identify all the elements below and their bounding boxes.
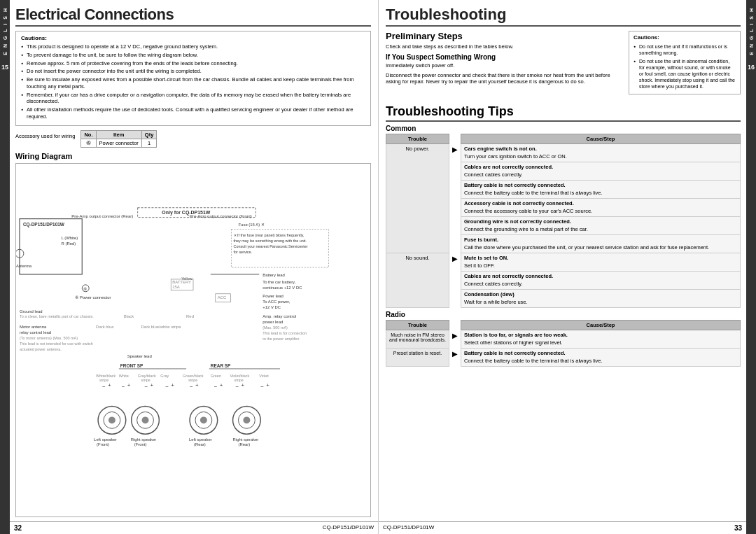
svg-text:to the power amplifier.: to the power amplifier.	[262, 337, 300, 341]
cause-title: Cables are not correctly connected.	[464, 164, 553, 170]
cause-title: Accessory cable is not correctly connect…	[464, 200, 574, 206]
accessory-label: Accessory used for wiring	[15, 133, 75, 139]
cause-cell: Accessory cable is not correctly connect…	[461, 199, 741, 217]
wiring-svg: Only for CQ-DP151W CQ-DP151/DP101W Anten…	[16, 164, 370, 517]
svg-point-86	[142, 416, 149, 423]
svg-text:−: −	[236, 383, 239, 389]
cause-title: Cars engine switch is not on.	[464, 146, 537, 152]
svg-text:Antenna: Antenna	[16, 264, 32, 268]
table-cell-qty: 1	[141, 139, 157, 147]
svg-text:To ACC power,: To ACC power,	[262, 299, 290, 303]
svg-text:Fuse (15 A) ✕: Fuse (15 A) ✕	[238, 222, 264, 226]
right-side-tab: E N G L I S H 16	[746, 0, 756, 534]
caution-item: Remember, if your car has a drive comput…	[21, 92, 365, 106]
cause-step: Connect the accessory cable to your car'…	[464, 208, 592, 214]
top-section: Preliminary Steps Check and take steps a…	[386, 31, 741, 97]
svg-text:(Rear): (Rear)	[194, 442, 206, 447]
svg-text:R (Red): R (Red)	[61, 241, 76, 246]
cause-step: Call the store where you purchased the u…	[464, 244, 709, 251]
svg-text:Left speaker: Left speaker	[189, 437, 212, 442]
table-header-qty: Qty	[141, 130, 157, 139]
cause-title: Grounding wire is not correctly connecte…	[464, 218, 571, 225]
common-group-title: Common	[386, 125, 741, 132]
svg-text:Consult your nearest Panasonic: Consult your nearest Panasonic Servicent…	[234, 244, 308, 248]
cause-title: Battery cable is not correctly connected…	[464, 350, 566, 356]
cause-step: Connect the grounding wire to a metal pa…	[464, 226, 588, 232]
svg-text:Yellow: Yellow	[181, 276, 192, 280]
svg-text:−: −	[145, 383, 148, 389]
svg-text:−: −	[260, 383, 264, 389]
svg-text:(Rear): (Rear)	[238, 442, 250, 447]
svg-text:White: White	[119, 373, 129, 377]
left-page-num: 15	[1, 64, 8, 71]
svg-text:stripe: stripe	[141, 377, 150, 381]
arrow-radio1: ▶	[449, 330, 461, 349]
svg-text:This lead is not intended for : This lead is not intended for use with s…	[20, 342, 93, 346]
trouble-cell-nosound: No sound.	[386, 253, 449, 308]
preliminary-desc: Check and take steps as described in the…	[386, 43, 623, 50]
left-side-tab: E N G L I S H 15	[0, 0, 10, 534]
cause-cell: Station is too far, or signals are too w…	[461, 330, 741, 349]
cause-cell: Cables are not correctly connected. Conn…	[461, 272, 741, 290]
svg-text:To a clean, bare metallic part: To a clean, bare metallic part of car ch…	[20, 314, 94, 318]
svg-text:+: +	[171, 381, 174, 388]
cause-cell: Fuse is burnt. Call the store where you …	[461, 235, 741, 253]
svg-text:+: +	[266, 381, 270, 388]
cause-title: Fuse is burnt.	[464, 237, 498, 243]
radio-group-title: Radio	[386, 311, 741, 318]
svg-text:+: +	[195, 381, 199, 388]
svg-text:actuated power antenna.: actuated power antenna.	[20, 347, 62, 351]
svg-point-83	[108, 416, 115, 423]
cautions-title: Cautions:	[21, 35, 365, 41]
svg-text:✕ If the fuse (rear panel) blo: ✕ If the fuse (rear panel) blows frequen…	[234, 233, 304, 237]
right-cautions-box: Cautions: Do not use the unit if it malf…	[629, 31, 741, 94]
cause-step: Turn your cars ignition switch to ACC or…	[464, 153, 567, 160]
svg-text:Power lead: Power lead	[262, 293, 284, 297]
cause-cell: Cars engine switch is not on. Turn your …	[461, 144, 741, 162]
cause-title: Condensation (dew)	[464, 291, 514, 297]
suspect-title: If You Suspect Something Wrong	[386, 53, 623, 61]
arrow-nosound: ▶	[449, 253, 461, 308]
table-header-item: Item	[96, 130, 141, 139]
common-th-cause: Cause/Step	[461, 134, 741, 144]
svg-text:Violet: Violet	[259, 373, 269, 377]
left-page-title: Electrical Connections	[15, 6, 371, 24]
svg-text:for service.: for service.	[234, 250, 253, 254]
svg-text:Battery lead: Battery lead	[262, 272, 285, 276]
svg-point-89	[200, 416, 207, 423]
arrow-nopower: ▶	[449, 144, 461, 253]
right-page-num: 16	[748, 64, 755, 71]
right-cautions-list: Do not use the unit if it malfunctions o…	[634, 43, 736, 90]
svg-text:L (White): L (White)	[61, 236, 78, 240]
svg-text:Pre-Amp output connector (Rear: Pre-Amp output connector (Rear)	[71, 213, 133, 218]
svg-text:Amp. relay control: Amp. relay control	[262, 314, 296, 318]
svg-text:(Front): (Front)	[97, 442, 109, 447]
svg-text:Green: Green	[211, 373, 221, 377]
svg-text:This lead is for connection: This lead is for connection	[262, 331, 307, 335]
table-cell-no: ⑥	[81, 139, 96, 147]
caution-item: Be sure to insulate any exposed wires fr…	[21, 76, 365, 90]
suspect-body2: Disconnect the power connector and check…	[386, 72, 623, 86]
svg-text:To the car battery,: To the car battery,	[262, 279, 295, 283]
svg-text:ACC: ACC	[218, 295, 227, 299]
svg-text:Motor antenna: Motor antenna	[20, 325, 47, 329]
right-footer-model: CQ-DP151/DP101W	[383, 524, 434, 532]
left-footer-pagenum: 32	[14, 524, 22, 532]
cause-title: Battery cable is not correctly connected…	[464, 182, 566, 188]
svg-text:FRONT SP: FRONT SP	[120, 363, 144, 367]
cause-cell: Battery cable is not correctly connected…	[461, 181, 741, 199]
svg-text:−: −	[165, 383, 169, 389]
svg-text:Speaker lead: Speaker lead	[127, 354, 152, 358]
table-row: No sound. ▶ Mute is set to ON. Set it to…	[386, 253, 741, 272]
svg-text:(Max. 500 mA): (Max. 500 mA)	[262, 325, 288, 330]
troubleshooting-title: Troubleshooting Tips	[386, 104, 741, 122]
trouble-cell-nopower: No power.	[386, 144, 449, 253]
cause-title: Mute is set to ON.	[464, 255, 508, 261]
svg-text:Right speaker: Right speaker	[233, 437, 259, 442]
cause-cell: Condensation (dew) Wait for a while befo…	[461, 290, 741, 308]
cautions-list: This product is designed to operate at a…	[21, 43, 365, 120]
cause-step: Select other stations of higher signal l…	[464, 339, 563, 346]
cause-step: Connect the battery cable to the termina…	[464, 358, 603, 364]
cause-title: Cables are not correctly connected.	[464, 273, 553, 279]
caution-item: All other installation methods require t…	[21, 106, 365, 120]
